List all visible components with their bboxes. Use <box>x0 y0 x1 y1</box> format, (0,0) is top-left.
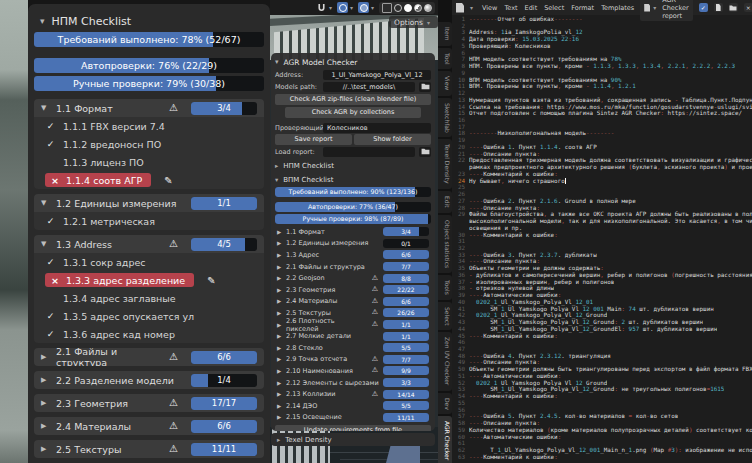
check-toggle-icon[interactable]: ✓ <box>699 3 708 12</box>
menu-format[interactable]: Format <box>571 4 594 12</box>
new-text-icon[interactable] <box>714 3 723 12</box>
sidebar-tab-tools[interactable]: Tools <box>438 275 452 300</box>
menu-view[interactable]: View <box>482 4 497 12</box>
chevron-down-icon[interactable]: ▼ <box>41 240 49 248</box>
sidebar-tab-tool[interactable]: Tool <box>438 48 452 70</box>
vpm-section-row[interactable]: ▶2.14 ДЭО5/5 <box>275 400 431 412</box>
section-row[interactable]: ▶2.1 Файлы и структура⚠6/6 <box>34 348 264 366</box>
sidebar-tab-item[interactable]: Item <box>438 22 452 46</box>
section-row[interactable]: ▶2.5 Текстуры⚠11/11 <box>34 440 264 458</box>
snap-magnet-icon[interactable] <box>316 2 327 13</box>
sidebar-tab-sketchfab[interactable]: Sketchfab <box>438 98 452 138</box>
npm-panel-header[interactable]: ▾ НПМ Checklist <box>34 10 264 32</box>
chevron-right-icon[interactable]: ▶ <box>277 333 283 339</box>
load-report-field[interactable] <box>323 147 415 157</box>
vpm-section-row[interactable]: ▶2.15 Освещение11/11 <box>275 412 431 424</box>
shading-material-icon[interactable] <box>414 4 422 12</box>
chevron-right-icon[interactable]: ▶ <box>41 422 49 430</box>
open-text-folder-icon[interactable] <box>729 3 738 12</box>
chevron-right-icon[interactable]: ▶ <box>277 414 283 420</box>
chevron-right-icon[interactable]: ▶ <box>41 376 49 384</box>
checklist-item[interactable]: ✓1.1.2 вредоносн ПО <box>34 135 264 153</box>
chevron-right-icon[interactable]: ▶ <box>277 322 283 328</box>
chevron-right-icon[interactable]: ▶ <box>277 229 283 235</box>
proportional-edit-icon[interactable] <box>337 2 348 13</box>
sidebar-tab-view[interactable]: View <box>438 71 452 95</box>
sidebar-tab-object-statistics[interactable]: Object statistics <box>438 215 452 273</box>
reviewer-field[interactable]: Колесников <box>323 123 431 133</box>
proportional-dropdown-icon[interactable]: ▾ <box>350 4 356 11</box>
shading-solid-icon[interactable] <box>404 4 412 12</box>
vpm-section-row[interactable]: ▶2.1 Файлы и структура7/7 <box>275 261 431 273</box>
menu-text[interactable]: Text <box>504 4 517 12</box>
checklist-item[interactable]: 1.3.4 адрес заглавные <box>34 289 264 307</box>
vpm-section-row[interactable]: ▶2.4 Материалы⚠6/6 <box>275 296 431 308</box>
chevron-right-icon[interactable]: ▶ <box>277 391 283 397</box>
chevron-right-icon[interactable]: ▶ <box>277 380 283 386</box>
chevron-right-icon[interactable]: ▶ <box>277 298 283 304</box>
chevron-right-icon[interactable]: ▶ <box>277 264 283 270</box>
browse-folder-icon[interactable] <box>419 82 431 92</box>
update-requirements-button[interactable]: Update requirements from file <box>275 425 431 431</box>
chevron-right-icon[interactable]: ▶ <box>277 252 283 258</box>
chevron-right-icon[interactable]: ▶ <box>277 310 283 316</box>
browse-folder-icon[interactable] <box>419 147 431 157</box>
vpm-section-row[interactable]: ▶2.2 Geojson⚠8/8 <box>275 272 431 284</box>
agr-panel-header[interactable]: ▾ AGR Model Checker <box>275 56 431 68</box>
menu-select[interactable]: Select <box>544 4 564 12</box>
models-path-field[interactable]: //..\test_models\ <box>323 82 415 92</box>
chevron-right-icon[interactable]: ▶ <box>277 345 283 351</box>
check-agr-collections-button[interactable]: Check AGR by collections <box>285 107 421 118</box>
snap-dropdown-icon[interactable]: ▾ <box>329 4 335 11</box>
chevron-right-icon[interactable]: ▶ <box>277 287 283 293</box>
editor-type-icon[interactable] <box>456 3 464 13</box>
vpm-section-row[interactable]: ▶2.9 Точка отсчета⚠7/7 <box>275 354 431 366</box>
sidebar-tab-edit[interactable]: Edit <box>438 191 452 213</box>
overlays-dropdown-icon[interactable]: ▾ <box>371 4 377 11</box>
checklist-item[interactable]: ✓1.1.1 FBX версии 7.4 <box>34 117 264 135</box>
section-row[interactable]: ▶2.3 Геометрия⚠17/17 <box>34 394 264 412</box>
section-row[interactable]: ▼1.1 Формат⚠3/4 <box>34 99 264 117</box>
checklist-item[interactable]: 1.1.3 лиценз ПО <box>34 153 264 171</box>
editor-text-area[interactable]: 1--------Отчет об ошибках--------23Addre… <box>452 16 752 463</box>
texel-density-panel-header[interactable]: ▸ Texel Density <box>271 433 435 446</box>
shading-rendered-icon[interactable] <box>424 4 432 12</box>
menu-edit[interactable]: Edit <box>525 4 538 12</box>
unlink-text-icon[interactable]: × <box>744 3 752 12</box>
save-report-button[interactable]: Save report <box>275 134 352 145</box>
sidebar-tab-dev[interactable]: Dev <box>438 393 452 415</box>
section-row[interactable]: ▶2.4 Материалы⚠6/6 <box>34 417 264 435</box>
vpm-section-row[interactable]: ▶2.13 Коллизии⚠14/14 <box>275 388 431 400</box>
chevron-down-icon[interactable]: ▼ <box>41 199 49 207</box>
chevron-right-icon[interactable]: ▶ <box>277 356 283 362</box>
address-field[interactable]: 1_Ul_Yamskogo_Polya_Vl_12 <box>323 70 431 80</box>
menu-templates[interactable]: Templates <box>601 4 634 12</box>
sidebar-tab-select[interactable]: Select <box>438 302 452 331</box>
checklist-item[interactable]: ✓1.3.5 адрес опускается ул <box>34 307 264 325</box>
vpm-section-row[interactable]: ▶2.3 Геометрия⚠22/22 <box>275 284 431 296</box>
section-row[interactable]: ▼1.3 Address⚠4/5 <box>34 235 264 253</box>
chevron-right-icon[interactable]: ▶ <box>277 275 283 281</box>
vpm-section-row[interactable]: ▶1.1 Формат3/4 <box>275 226 431 238</box>
chevron-right-icon[interactable]: ▶ <box>41 399 49 407</box>
edit-comment-pencil-icon[interactable]: ✎ <box>164 175 172 186</box>
chevron-right-icon[interactable]: ▶ <box>277 368 283 374</box>
edit-comment-pencil-icon[interactable]: ✎ <box>207 275 215 286</box>
show-folder-button[interactable]: Show folder <box>354 134 431 145</box>
vpm-section-row[interactable]: ▶1.3 Адрес6/6 <box>275 249 431 261</box>
chevron-right-icon[interactable]: ▶ <box>41 353 49 361</box>
chevron-down-icon[interactable]: ▼ <box>41 104 49 112</box>
sidebar-tab-agr-checker[interactable]: AGR Checker <box>438 416 452 463</box>
checklist-item[interactable]: ×1.1.4 соотв АГР✎ <box>34 171 264 189</box>
checklist-item[interactable]: ×1.3.3 адрес разделение✎ <box>34 271 264 289</box>
chevron-right-icon[interactable]: ▶ <box>277 240 283 246</box>
chevron-right-icon[interactable]: ▶ <box>41 445 49 453</box>
vpm-section-row[interactable]: ▶2.6 Плотность пикселей⚠1/1 <box>275 319 431 331</box>
chevron-right-icon[interactable]: ▶ <box>277 403 283 409</box>
editor-type-dropdown-icon[interactable]: ▾ <box>470 4 476 11</box>
shading-wireframe-icon[interactable] <box>394 4 402 12</box>
npm-subpanel-header[interactable]: ▸ НПМ Checklist <box>275 160 431 171</box>
checklist-item[interactable]: ✓1.3.1 сокр адрес <box>34 253 264 271</box>
vpm-section-row[interactable]: ▶2.8 Стекло5/5 <box>275 342 431 354</box>
sidebar-tab-zen-uv-checker[interactable]: Zen UV Checker <box>438 332 452 390</box>
